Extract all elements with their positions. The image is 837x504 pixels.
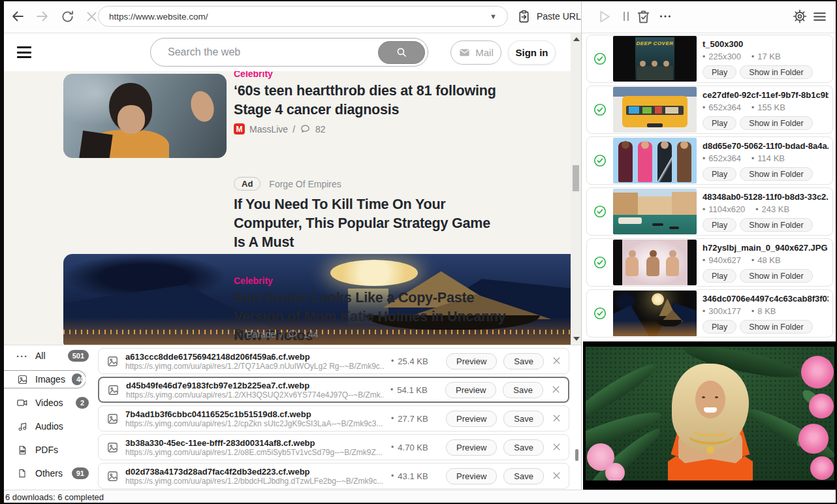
web-search-bar[interactable] — [150, 38, 428, 67]
download-file-name: a613ccc8dde61756942148d206f459a6.cf.webp — [125, 352, 385, 362]
filter-audios[interactable]: Audios — [4, 417, 97, 435]
media-thumbnail[interactable] — [613, 291, 697, 336]
filter-videos[interactable]: Videos 2 — [4, 394, 97, 412]
close-icon[interactable] — [552, 413, 562, 424]
download-row[interactable]: d02d738a4173d28ad7fac4f2db3ed223.cf.webp… — [98, 463, 569, 489]
media-item: ce27dfe0-92cf-11ef-9b7f-8b1c9b... •652x3… — [586, 86, 833, 134]
scroll-down-arrow[interactable] — [573, 337, 580, 341]
scroll-up-arrow[interactable] — [573, 37, 580, 41]
media-thumbnail[interactable] — [613, 87, 697, 133]
play-button[interactable]: Play — [703, 218, 736, 232]
close-x-icon — [85, 10, 99, 24]
more-options-button[interactable] — [657, 8, 674, 25]
show-in-folder-button[interactable]: Show in Folder — [740, 65, 812, 79]
save-button[interactable]: Save — [503, 382, 543, 398]
download-row[interactable]: a613ccc8dde61756942148d206f459a6.cf.webp… — [98, 348, 569, 374]
media-dimensions: 1104x620 — [708, 204, 745, 214]
media-file-name: ce27dfe0-92cf-11ef-9b7f-8b1c9b... — [703, 90, 829, 100]
url-bar[interactable]: ▼ — [98, 6, 508, 27]
slash-separator: / — [280, 329, 283, 339]
comment-bubble-icon — [287, 328, 298, 339]
media-thumbnail[interactable]: DEEP COVER — [613, 36, 697, 82]
close-icon[interactable] — [551, 385, 561, 395]
show-in-folder-button[interactable]: Show in Folder — [740, 269, 812, 283]
filter-pdfs[interactable]: PDFs — [4, 441, 97, 459]
mail-button[interactable]: Mail — [450, 40, 501, 65]
play-button[interactable]: Play — [703, 65, 736, 79]
save-button[interactable]: Save — [503, 411, 544, 427]
save-button[interactable]: Save — [503, 439, 544, 456]
masslive-logo-icon: M — [234, 123, 245, 134]
scrollbar-thumb[interactable] — [573, 165, 579, 191]
download-file-name: 7b4ad1b3f6cbbc04116525c1b51519d8.cf.webp — [125, 409, 385, 419]
media-thumbnail[interactable] — [613, 138, 697, 183]
article-source-row[interactable]: P Parade / 144 — [234, 328, 319, 339]
preview-button[interactable]: Preview — [446, 353, 497, 370]
media-size: 114 KB — [757, 153, 785, 163]
show-in-folder-button[interactable]: Show in Folder — [740, 320, 812, 334]
filter-all[interactable]: ··· All 501 — [4, 347, 97, 365]
back-button[interactable] — [9, 8, 26, 25]
media-thumbnail[interactable] — [613, 189, 697, 234]
media-item: 346dc0706e4497c4c63cab8f3f03... •300x177… — [586, 289, 833, 338]
save-button[interactable]: Save — [503, 468, 544, 484]
bullet: • — [703, 154, 705, 163]
clear-completed-button[interactable] — [635, 8, 652, 25]
show-in-folder-button[interactable]: Show in Folder — [740, 167, 812, 181]
page-menu-button[interactable] — [17, 46, 31, 58]
resume-all-button[interactable] — [595, 8, 612, 25]
show-in-folder-button[interactable]: Show in Folder — [740, 116, 812, 130]
play-button[interactable]: Play — [703, 320, 736, 334]
ad-title[interactable]: If You Need To Kill Time On Your Compute… — [234, 195, 504, 252]
preview-button[interactable]: Preview — [446, 439, 497, 456]
download-row[interactable]: 3b38a330-45ec-11ee-bfff-283d00314af8.cf.… — [98, 434, 569, 460]
download-row-selected[interactable]: d45b49fe46d7e9183fcb97e12b225ea7.cf.webp… — [98, 377, 569, 403]
play-button[interactable]: Play — [703, 116, 736, 130]
paste-url-button[interactable]: Paste URL — [516, 7, 581, 26]
download-url: https://s.yimg.com/uu/api/res/1.2/o8E.cm… — [125, 448, 385, 457]
article-title[interactable]: ‘60s teen heartthrob dies at 81 followin… — [234, 82, 513, 119]
play-button[interactable]: Play — [703, 167, 736, 181]
close-icon[interactable] — [552, 471, 562, 481]
media-size: 17 KB — [757, 52, 780, 61]
image-file-icon — [107, 384, 119, 396]
bottom-panel-divider — [0, 345, 581, 345]
bullet: • — [391, 443, 394, 452]
preview-button[interactable]: Preview — [446, 411, 497, 427]
close-icon[interactable] — [552, 442, 562, 452]
image-file-icon — [106, 355, 119, 368]
url-input[interactable] — [109, 12, 484, 22]
search-button[interactable] — [378, 41, 425, 64]
media-thumbnail[interactable] — [613, 240, 697, 285]
media-item: 48348ab0-5128-11f0-b8d3-33c2... •1104x62… — [586, 187, 833, 236]
article-thumbnail-1[interactable] — [63, 74, 227, 158]
video-camera-icon — [16, 397, 29, 409]
filter-others[interactable]: Others 91 — [4, 464, 97, 482]
sign-in-button[interactable]: Sign in — [508, 40, 556, 65]
download-list-scrollbar-thumb[interactable] — [575, 449, 578, 461]
url-dropdown-caret-icon[interactable]: ▼ — [490, 12, 497, 20]
pause-all-button[interactable] — [618, 8, 635, 25]
download-size: •54.1 KB — [390, 385, 439, 395]
media-file-name: d8d65e70-5062-11f0-bdad-8a4a... — [703, 141, 829, 151]
play-button[interactable]: Play — [703, 269, 736, 283]
page-scrollbar[interactable] — [571, 33, 581, 345]
show-in-folder-button[interactable]: Show in Folder — [740, 218, 812, 232]
preview-button[interactable]: Preview — [446, 468, 497, 484]
close-icon[interactable] — [552, 356, 562, 366]
download-url: https://s.yimg.com/uu/api/res/1.2/bbdcHL… — [125, 477, 385, 486]
download-size: •27.7 KB — [391, 414, 439, 424]
filter-images[interactable]: Images 408 — [4, 370, 86, 388]
app-menu-button[interactable] — [811, 8, 828, 25]
settings-button[interactable] — [791, 8, 808, 25]
comment-bubble-icon — [300, 123, 311, 134]
download-row[interactable]: 7b4ad1b3f6cbbc04116525c1b51519d8.cf.webp… — [98, 405, 569, 432]
preview-button[interactable]: Preview — [445, 382, 496, 398]
media-size: 155 KB — [757, 102, 785, 112]
reload-button[interactable] — [59, 8, 76, 25]
search-input[interactable] — [168, 39, 364, 65]
webpage-header: Mail Sign in — [0, 33, 571, 71]
article-source-row[interactable]: M MassLive / 82 — [234, 123, 326, 134]
forward-button[interactable] — [34, 8, 51, 25]
save-button[interactable]: Save — [503, 353, 544, 370]
